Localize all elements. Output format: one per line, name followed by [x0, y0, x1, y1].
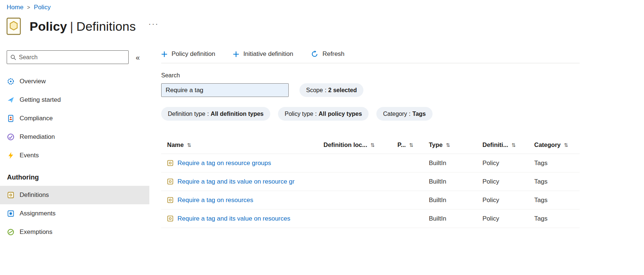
sidebar-item-overview[interactable]: Overview — [0, 72, 149, 91]
sort-icon: ⇅ — [564, 142, 569, 148]
sidebar-item-label: Exemptions — [20, 228, 52, 236]
assignments-icon — [7, 210, 14, 217]
sidebar-nav: Overview Getting started Compliance Reme… — [0, 72, 149, 241]
policy-page-icon — [6, 17, 21, 36]
column-header-definition-location[interactable]: Definition loc...⇅ — [323, 141, 397, 148]
definition-link[interactable]: Require a tag on resources — [177, 197, 253, 204]
sidebar-item-exemptions[interactable]: Exemptions — [0, 223, 149, 241]
plus-icon — [161, 51, 167, 57]
breadcrumb-policy-link[interactable]: Policy — [34, 4, 51, 11]
sidebar-item-label: Getting started — [20, 96, 61, 104]
refresh-label: Refresh — [322, 50, 345, 58]
table-header-row: Name⇅ Definition loc...⇅ P...⇅ Type⇅ Def… — [161, 136, 580, 154]
column-header-type[interactable]: Type⇅ — [429, 141, 482, 148]
column-header-definition-type[interactable]: Definiti...⇅ — [482, 141, 534, 148]
cell-category: Tags — [534, 197, 580, 204]
page-title: Policy|Definitions — [30, 19, 136, 34]
definition-search-input[interactable] — [161, 83, 289, 97]
sidebar-item-getting-started[interactable]: Getting started — [0, 91, 149, 109]
sidebar-section-authoring: Authoring — [0, 165, 149, 186]
initiative-definition-label: Initiative definition — [243, 50, 293, 58]
definition-link[interactable]: Require a tag on resource groups — [177, 160, 271, 167]
sidebar-item-assignments[interactable]: Assignments — [0, 204, 149, 223]
table-row[interactable]: Require a tag and its value on resource … — [161, 172, 580, 191]
cell-type: BuiltIn — [429, 178, 482, 185]
remediation-icon — [7, 133, 14, 141]
filter-pill-category[interactable]: Category:Tags — [376, 107, 433, 121]
breadcrumb-home-link[interactable]: Home — [7, 4, 23, 11]
sidebar-item-definitions[interactable]: Definitions — [0, 186, 149, 204]
sidebar-item-label: Assignments — [20, 210, 55, 217]
filter-pill-scope[interactable]: Scope:2 selected — [299, 83, 363, 97]
getting-started-icon — [7, 96, 14, 104]
policy-definition-icon — [167, 197, 173, 203]
exemptions-icon — [7, 228, 14, 236]
cell-definition-type: Policy — [482, 197, 534, 204]
sidebar-item-label: Overview — [20, 78, 46, 85]
filter-pill-definition-type[interactable]: Definition type:All definition types — [161, 107, 270, 121]
column-header-p[interactable]: P...⇅ — [397, 141, 429, 148]
table-row[interactable]: Require a tag on resources BuiltIn Polic… — [161, 191, 580, 209]
table-row[interactable]: Require a tag and its value on resources… — [161, 209, 580, 228]
sidebar-collapse-button[interactable]: « — [134, 52, 141, 63]
sidebar-item-events[interactable]: Events — [0, 146, 149, 165]
search-label: Search — [161, 72, 580, 79]
policy-definition-icon — [167, 178, 173, 185]
sidebar-item-label: Compliance — [20, 115, 53, 122]
main-content: Policy definition Initiative definition … — [161, 50, 580, 241]
plus-icon — [233, 51, 239, 57]
sidebar-item-remediation[interactable]: Remediation — [0, 128, 149, 146]
initiative-definition-button[interactable]: Initiative definition — [233, 50, 293, 58]
cell-type: BuiltIn — [429, 160, 482, 167]
breadcrumb-separator: > — [27, 4, 30, 10]
column-header-category[interactable]: Category⇅ — [534, 141, 580, 148]
cell-category: Tags — [534, 160, 580, 167]
sort-icon: ⇅ — [187, 142, 191, 148]
events-icon — [7, 152, 14, 159]
toolbar-divider — [161, 63, 580, 63]
table-row[interactable]: Require a tag on resource groups BuiltIn… — [161, 154, 580, 172]
filter-pill-policy-type[interactable]: Policy type:All policy types — [278, 107, 369, 121]
refresh-button[interactable]: Refresh — [311, 50, 345, 58]
cell-definition-type: Policy — [482, 160, 534, 167]
sort-icon: ⇅ — [446, 142, 450, 148]
definition-link[interactable]: Require a tag and its value on resources — [177, 215, 290, 222]
cell-definition-type: Policy — [482, 215, 534, 222]
sidebar-item-label: Definitions — [20, 191, 49, 199]
cell-type: BuiltIn — [429, 197, 482, 204]
page-header: Policy|Definitions ··· — [6, 17, 644, 36]
sidebar-item-label: Events — [20, 152, 39, 159]
sidebar-search-box[interactable] — [7, 50, 129, 64]
search-icon — [10, 54, 16, 60]
column-header-name[interactable]: Name⇅ — [167, 141, 323, 148]
sidebar: « Overview Getting started Compliance — [0, 50, 149, 241]
sort-icon: ⇅ — [409, 142, 414, 148]
cell-type: BuiltIn — [429, 215, 482, 222]
cell-category: Tags — [534, 178, 580, 185]
definitions-icon — [7, 191, 14, 199]
compliance-icon — [7, 115, 14, 122]
command-bar: Policy definition Initiative definition … — [161, 50, 580, 63]
cell-category: Tags — [534, 215, 580, 222]
policy-definition-button[interactable]: Policy definition — [161, 50, 215, 58]
cell-definition-type: Policy — [482, 178, 534, 185]
sidebar-search-input[interactable] — [19, 54, 125, 61]
definition-link[interactable]: Require a tag and its value on resource … — [177, 178, 295, 185]
overview-icon — [7, 78, 14, 85]
sort-icon: ⇅ — [512, 142, 516, 148]
sidebar-item-label: Remediation — [20, 133, 55, 141]
definitions-table: Name⇅ Definition loc...⇅ P...⇅ Type⇅ Def… — [161, 136, 580, 228]
policy-definition-icon — [167, 160, 173, 166]
policy-definition-label: Policy definition — [172, 50, 215, 58]
policy-definition-icon — [167, 215, 173, 222]
sort-icon: ⇅ — [370, 142, 375, 148]
sidebar-item-compliance[interactable]: Compliance — [0, 109, 149, 128]
more-menu-button[interactable]: ··· — [148, 19, 159, 29]
refresh-icon — [311, 50, 318, 58]
breadcrumb: Home>Policy — [0, 0, 644, 11]
